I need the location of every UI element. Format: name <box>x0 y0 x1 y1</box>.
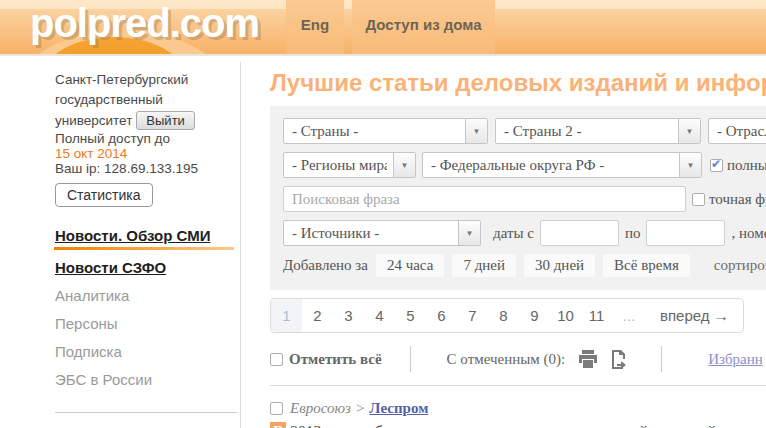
tab-eng[interactable]: Eng <box>286 0 344 56</box>
sort-label: сортировать по да <box>714 257 766 274</box>
exact-phrase-label: точная фраза <box>709 191 766 208</box>
exact-phrase-checkbox[interactable] <box>692 193 705 206</box>
world-regions-select[interactable]: - Регионы мира - ▼ <box>283 152 416 178</box>
org-line-2: государственный <box>55 90 235 110</box>
sources-select[interactable]: - Источники - ▼ <box>283 220 481 246</box>
page-3[interactable]: 3 <box>333 299 364 332</box>
sidebar-item-analytics[interactable]: Аналитика <box>55 287 235 304</box>
date-from-label: даты с <box>493 225 534 242</box>
page-4[interactable]: 4 <box>364 299 395 332</box>
org-line-3: университетВыйти <box>55 111 235 131</box>
main-content: Лучшие статьи деловых изданий и информ -… <box>270 56 766 428</box>
article-snippet-text: 2013 г. потребление деревянных напольных… <box>290 422 766 428</box>
fulltext-checkbox-label: полны <box>727 157 766 174</box>
chevron-down-icon[interactable]: ▼ <box>458 221 480 245</box>
results-divider <box>270 385 766 386</box>
org-line-1: Санкт-Петербургский <box>55 70 235 90</box>
numbers-label: , номера <box>731 225 766 242</box>
page-9[interactable]: 9 <box>519 299 550 332</box>
sidebar-item-persons[interactable]: Персоны <box>55 315 235 332</box>
period-alltime-button[interactable]: Всё время <box>603 254 690 277</box>
selection-bar: Отметить всё С отмеченным (0): Избранн <box>270 346 766 372</box>
statistics-button[interactable]: Статистика <box>55 183 153 207</box>
mark-all-label: Отметить всё <box>289 351 382 368</box>
chevron-down-icon[interactable]: ▼ <box>678 119 700 143</box>
tab-home-access[interactable]: Доступ из дома <box>352 0 495 56</box>
sidebar-item-news-szfo[interactable]: Новости СЗФО <box>55 259 235 276</box>
access-label: Полный доступ до <box>55 131 235 146</box>
page-ellipsis[interactable]: ... <box>612 299 646 332</box>
date-to-label: по <box>625 225 641 242</box>
article-header-row: Евросоюз > Леспром <box>270 400 766 417</box>
date-from-input[interactable] <box>540 220 619 246</box>
article-category: Евросоюз <box>290 400 351 417</box>
period-7d-button[interactable]: 7 дней <box>452 254 516 277</box>
article-drop-cap: В <box>270 422 286 428</box>
selection-bar-divider <box>410 346 411 372</box>
mark-all-checkbox[interactable] <box>270 353 283 366</box>
sidebar-item-news-overview[interactable]: Новости. Обзор СМИ <box>55 227 235 244</box>
breadcrumb-separator: > <box>356 400 364 417</box>
countries-select[interactable]: - Страны - ▼ <box>283 118 488 144</box>
page-5[interactable]: 5 <box>395 299 426 332</box>
period-24h-button[interactable]: 24 часа <box>376 254 444 277</box>
article-snippet: В2013 г. потребление деревянных напольны… <box>270 422 766 428</box>
added-label: Добавлено за <box>283 257 368 274</box>
page-title: Лучшие статьи деловых изданий и информ <box>270 69 766 97</box>
sidebar-main-divider <box>240 62 241 428</box>
filter-row-period: Добавлено за 24 часа 7 дней 30 дней Всё … <box>283 254 766 277</box>
filter-row-regions: - Регионы мира - ▼ - Федеральные округа … <box>283 152 766 178</box>
favorites-link[interactable]: Избранн <box>708 351 763 368</box>
filter-row-countries: - Страны - ▼ - Страны 2 - ▼ - Отрасл <box>283 118 766 144</box>
search-input[interactable] <box>283 186 686 212</box>
sidebar-item-subscription[interactable]: Подписка <box>55 343 235 360</box>
article-checkbox[interactable] <box>270 402 283 415</box>
organization-name: Санкт-Петербургский государственный унив… <box>55 70 235 131</box>
period-30d-button[interactable]: 30 дней <box>524 254 595 277</box>
selection-bar-divider <box>661 346 662 372</box>
site-logo[interactable]: polpred.com <box>30 1 259 46</box>
next-page-button[interactable]: вперед → <box>646 299 743 332</box>
page-8[interactable]: 8 <box>488 299 519 332</box>
fulltext-checkbox[interactable] <box>710 159 723 172</box>
chevron-down-icon[interactable]: ▼ <box>679 153 701 177</box>
chevron-down-icon[interactable]: ▼ <box>465 119 487 143</box>
logout-button[interactable]: Выйти <box>136 111 195 130</box>
sidebar-divider <box>55 412 237 413</box>
user-ip: Ваш ip: 128.69.133.195 <box>55 161 235 176</box>
chevron-down-icon[interactable]: ▼ <box>393 153 415 177</box>
with-marked-label: С отмеченным (0): <box>447 351 566 368</box>
sidebar-nav: Новости. Обзор СМИ Новости СЗФО Аналитик… <box>55 227 235 388</box>
industries-select[interactable]: - Отрасл <box>708 118 766 144</box>
page-2[interactable]: 2 <box>302 299 333 332</box>
filter-panel: - Страны - ▼ - Страны 2 - ▼ - Отрасл - Р… <box>270 106 766 290</box>
countries2-select[interactable]: - Страны 2 - ▼ <box>495 118 701 144</box>
print-icon[interactable] <box>578 350 598 368</box>
filter-row-sources: - Источники - ▼ даты с по , номера <box>283 220 766 246</box>
sidebar: Санкт-Петербургский государственный унив… <box>55 70 235 428</box>
page-7[interactable]: 7 <box>457 299 488 332</box>
page-10[interactable]: 10 <box>550 299 581 332</box>
filter-row-search: точная фраза ст <box>283 186 766 212</box>
date-to-input[interactable] <box>646 220 725 246</box>
sidebar-item-ebs-russia[interactable]: ЭБС в России <box>55 371 235 388</box>
page-1[interactable]: 1 <box>271 299 302 332</box>
pagination: 1 2 3 4 5 6 7 8 9 10 11 ... вперед → <box>270 298 744 333</box>
access-expiry-date: 15 окт 2014 <box>55 146 235 161</box>
header: polpred.com Eng Доступ из дома <box>0 0 766 56</box>
article-rubric-link[interactable]: Леспром <box>369 400 428 417</box>
federal-districts-select[interactable]: - Федеральные округа РФ - ▼ <box>422 152 702 178</box>
page-11[interactable]: 11 <box>581 299 612 332</box>
export-document-icon[interactable] <box>611 350 629 369</box>
active-item-indicator <box>54 247 234 250</box>
page-6[interactable]: 6 <box>426 299 457 332</box>
